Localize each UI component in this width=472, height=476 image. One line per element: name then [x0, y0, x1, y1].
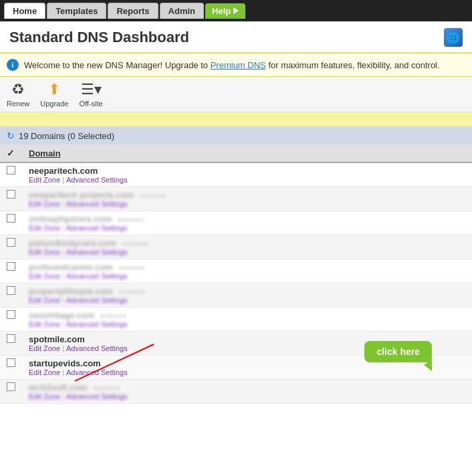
- upgrade-icon: ⬆: [48, 81, 60, 98]
- row-checkbox-cell: [0, 283, 22, 308]
- checkmark-icon: ✓: [7, 148, 15, 158]
- domain-column-header[interactable]: Domain: [22, 144, 472, 162]
- table-row: propertybhopal.com●●●●●●Edit Zone|Advanc…: [0, 283, 472, 308]
- help-label: Help: [212, 6, 231, 16]
- advanced-settings-link[interactable]: Advanced Settings: [66, 272, 128, 280]
- link-separator: |: [62, 392, 64, 400]
- row-checkbox[interactable]: [7, 190, 15, 199]
- info-icon: i: [7, 59, 19, 71]
- domain-name: tech2soft.com: [29, 382, 88, 392]
- advanced-settings-link[interactable]: Advanced Settings: [66, 344, 128, 352]
- row-checkbox-cell: [0, 332, 22, 356]
- advanced-settings-link[interactable]: Advanced Settings: [66, 392, 128, 400]
- row-checkbox-cell: [0, 259, 22, 283]
- edit-zone-link[interactable]: Edit Zone: [29, 320, 60, 328]
- link-separator: |: [62, 368, 64, 376]
- row-checkbox[interactable]: [7, 214, 15, 223]
- row-checkbox-cell: [0, 187, 22, 211]
- domain-name: neeparitech projects.com: [29, 190, 134, 200]
- domain-links: Edit Zone|Advanced Settings: [29, 200, 465, 208]
- link-separator: |: [62, 272, 64, 280]
- edit-zone-link[interactable]: Edit Zone: [29, 344, 60, 352]
- table-row: neeparitech projects.com●●●●●●Edit Zone|…: [0, 187, 472, 211]
- edit-zone-link[interactable]: Edit Zone: [29, 200, 60, 208]
- row-checkbox[interactable]: [7, 310, 15, 319]
- nav-tab-admin[interactable]: Admin: [160, 3, 204, 19]
- table-row: profoundcareer.com●●●●●●Edit Zone|Advanc…: [0, 259, 472, 283]
- domain-links: Edit Zone|Advanced Settings: [29, 176, 465, 184]
- renew-button[interactable]: ♻ Renew: [7, 81, 29, 108]
- edit-zone-link[interactable]: Edit Zone: [29, 392, 60, 400]
- domain-count: 19 Domains (0 Selected): [19, 131, 114, 141]
- callout-row: click here: [0, 356, 472, 356]
- domain-name: pahunibodycare.com: [29, 238, 116, 248]
- edit-zone-link[interactable]: Edit Zone: [29, 248, 60, 256]
- link-separator: |: [62, 320, 64, 328]
- upgrade-label: Upgrade: [40, 100, 68, 108]
- callout-bubble: click here: [364, 341, 432, 362]
- select-all-header[interactable]: ✓: [0, 144, 22, 162]
- table-row: onlinephpstore.com●●●●●●Edit Zone|Advanc…: [0, 211, 472, 235]
- domain-cell: propertybhopal.com●●●●●●Edit Zone|Advanc…: [22, 283, 472, 308]
- row-checkbox-cell: [0, 235, 22, 259]
- row-checkbox[interactable]: [7, 262, 15, 271]
- offsite-icon: ☰▾: [81, 81, 102, 98]
- domain-cell: neeparitech projects.com●●●●●●Edit Zone|…: [22, 187, 472, 211]
- edit-zone-link[interactable]: Edit Zone: [29, 272, 60, 280]
- link-separator: |: [62, 176, 64, 184]
- domain-status: ●●●●●●: [100, 312, 126, 320]
- nav-tab-templates[interactable]: Templates: [47, 3, 106, 19]
- table-row: tech2soft.com●●●●●●Edit Zone|Advanced Se…: [0, 380, 472, 404]
- link-separator: |: [62, 296, 64, 304]
- advanced-settings-link[interactable]: Advanced Settings: [66, 296, 128, 304]
- table-row: pahunibodycare.com●●●●●●Edit Zone|Advanc…: [0, 235, 472, 259]
- domain-name: propertybhopal.com: [29, 286, 113, 296]
- nav-tab-help[interactable]: Help: [205, 3, 245, 19]
- nav-bar: Home Templates Reports Admin Help: [0, 0, 472, 21]
- link-separator: |: [62, 224, 64, 232]
- info-bar: i Welcome to the new DNS Manager! Upgrad…: [0, 53, 472, 77]
- domain-cell: onlinephpstore.com●●●●●●Edit Zone|Advanc…: [22, 211, 472, 235]
- table-row: seovintage.com●●●●●●Edit Zone|Advanced S…: [0, 308, 472, 332]
- row-checkbox[interactable]: [7, 166, 15, 174]
- row-checkbox[interactable]: [7, 286, 15, 295]
- info-message-after: for maximum features, flexibility, and c…: [266, 60, 440, 70]
- domain-status: ●●●●●●: [117, 215, 144, 223]
- advanced-settings-link[interactable]: Advanced Settings: [66, 248, 128, 256]
- domain-name: onlinephpstore.com: [29, 214, 112, 224]
- row-checkbox[interactable]: [7, 358, 15, 367]
- domain-links: Edit Zone|Advanced Settings: [29, 320, 465, 328]
- domain-status: ●●●●●●: [118, 287, 145, 295]
- domain-status: ●●●●●●: [93, 384, 120, 392]
- offsite-button[interactable]: ☰▾ Off-site: [79, 81, 102, 108]
- domain-name: startupevids.com: [29, 358, 101, 368]
- nav-tab-reports[interactable]: Reports: [108, 3, 158, 19]
- domain-links: Edit Zone|Advanced Settings: [29, 224, 465, 232]
- row-checkbox[interactable]: [7, 382, 15, 391]
- advanced-settings-link[interactable]: Advanced Settings: [66, 224, 128, 232]
- domain-cell: neeparitech.comEdit Zone|Advanced Settin…: [22, 162, 472, 187]
- edit-zone-link[interactable]: Edit Zone: [29, 176, 60, 184]
- edit-zone-link[interactable]: Edit Zone: [29, 368, 60, 376]
- link-separator: |: [62, 344, 64, 352]
- toolbar: ♻ Renew ⬆ Upgrade ☰▾ Off-site: [0, 77, 472, 112]
- domain-count-bar: ↻ 19 Domains (0 Selected): [0, 127, 472, 144]
- row-checkbox-cell: [0, 356, 22, 380]
- edit-zone-link[interactable]: Edit Zone: [29, 296, 60, 304]
- advanced-settings-link[interactable]: Advanced Settings: [66, 320, 128, 328]
- upgrade-button[interactable]: ⬆ Upgrade: [40, 81, 68, 108]
- refresh-icon[interactable]: ↻: [7, 130, 15, 141]
- edit-zone-link[interactable]: Edit Zone: [29, 224, 60, 232]
- page-header: Standard DNS Dashboard: [0, 21, 472, 53]
- advanced-settings-link[interactable]: Advanced Settings: [66, 176, 128, 184]
- row-checkbox-cell: [0, 380, 22, 404]
- premium-dns-link[interactable]: Premium DNS: [211, 60, 266, 70]
- action-bar: [0, 112, 472, 127]
- domain-name: spotmile.com: [29, 334, 85, 344]
- row-checkbox[interactable]: [7, 334, 15, 343]
- row-checkbox[interactable]: [7, 238, 15, 247]
- domain-links: Edit Zone|Advanced Settings: [29, 296, 465, 304]
- advanced-settings-link[interactable]: Advanced Settings: [66, 200, 128, 208]
- domain-links: Edit Zone|Advanced Settings: [29, 248, 465, 256]
- nav-tab-home[interactable]: Home: [4, 3, 45, 19]
